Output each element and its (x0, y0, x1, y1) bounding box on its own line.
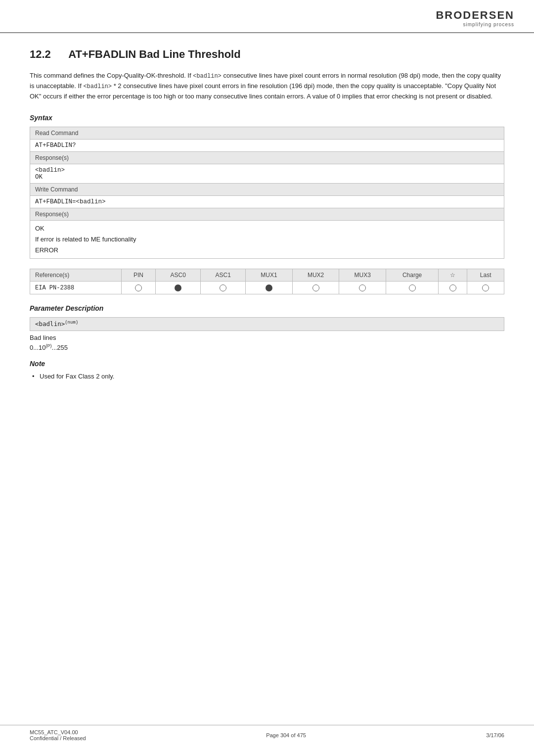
ref-val-asc1 (201, 282, 246, 294)
footer-date: 3/17/06 (486, 732, 504, 738)
badlin-ref-1: <badlin> (193, 73, 222, 80)
badlin-ref-2: <badlin> (83, 83, 112, 90)
param-range: 0...10(P)...255 (30, 343, 504, 351)
circle-filled-icon (175, 284, 181, 291)
param-range-start: 0...10 (30, 344, 46, 352)
write-command-label: Write Command (30, 184, 504, 196)
circle-filled-icon (266, 284, 272, 291)
circle-empty-icon (409, 284, 416, 291)
read-command-label: Read Command (30, 127, 504, 140)
page-footer: MC55_ATC_V04.00 Confidential / Released … (0, 725, 534, 741)
ref-val-star (439, 282, 467, 294)
ref-name: EIA PN-2388 (30, 282, 122, 294)
footer-left: MC55_ATC_V04.00 Confidential / Released (30, 729, 86, 741)
ref-col-asc1: ASC1 (201, 269, 246, 282)
section-title: 12.2 AT+FBADLIN Bad Line Threshold (30, 48, 504, 61)
circle-empty-icon (482, 284, 489, 291)
param-section-title: Parameter Description (30, 304, 504, 312)
write-command-value: AT+FBADLIN=<badlin> (30, 196, 504, 208)
write-response-value: OK If error is related to ME functionali… (30, 221, 504, 259)
ref-col-mux3: MUX3 (339, 269, 386, 282)
circle-empty-icon (449, 284, 456, 291)
table-row: <badlin>OK (30, 164, 504, 184)
table-row: OK If error is related to ME functionali… (30, 221, 504, 259)
ref-val-charge (386, 282, 439, 294)
table-row: AT+FBADLIN? (30, 140, 504, 152)
ref-col-star: ☆ (439, 269, 467, 282)
footer-status: Confidential / Released (30, 735, 86, 741)
ref-header-label: Reference(s) (30, 269, 122, 282)
ref-table: Reference(s) PIN ASC0 ASC1 MUX1 MUX2 MUX… (30, 269, 504, 294)
table-row: Response(s) (30, 208, 504, 221)
read-response-label: Response(s) (30, 152, 504, 164)
table-row: AT+FBADLIN=<badlin> (30, 196, 504, 208)
ref-col-mux2: MUX2 (292, 269, 339, 282)
section-number: 12.2 (30, 48, 51, 60)
ref-val-pin (121, 282, 156, 294)
param-range-end: ...255 (52, 344, 68, 352)
circle-empty-icon (135, 284, 142, 291)
table-row: Read Command (30, 127, 504, 140)
ref-header-row: Reference(s) PIN ASC0 ASC1 MUX1 MUX2 MUX… (30, 269, 504, 282)
page-wrapper: BRODERSEN simplifying process 12.2 AT+FB… (0, 0, 534, 756)
page-header: BRODERSEN simplifying process (0, 0, 534, 33)
read-command-value: AT+FBADLIN? (30, 140, 504, 152)
ref-val-mux1 (246, 282, 293, 294)
read-response-value: <badlin>OK (30, 164, 504, 184)
table-row: Write Command (30, 184, 504, 196)
syntax-table: Read Command AT+FBADLIN? Response(s) <ba… (30, 127, 504, 259)
circle-empty-icon (312, 284, 319, 291)
section-heading: AT+FBADLIN Bad Line Threshold (68, 48, 241, 60)
write-response-label: Response(s) (30, 208, 504, 221)
footer-center: Page 304 of 475 (266, 732, 306, 738)
list-item: Used for Fax Class 2 only. (30, 372, 504, 382)
param-sup: (num) (65, 320, 78, 325)
param-box: <badlin>(num) (30, 317, 504, 331)
table-row: Response(s) (30, 152, 504, 164)
ref-val-mux2 (292, 282, 339, 294)
ref-col-asc0: ASC0 (156, 269, 201, 282)
ref-col-pin: PIN (121, 269, 156, 282)
ref-val-last (467, 282, 504, 294)
ref-col-charge: Charge (386, 269, 439, 282)
logo-text: BRODERSEN (436, 9, 514, 22)
body-text: This command defines the Copy-Quality-OK… (30, 71, 504, 102)
ref-col-mux1: MUX1 (246, 269, 293, 282)
ref-val-mux3 (339, 282, 386, 294)
note-title: Note (30, 360, 504, 368)
logo-area: BRODERSEN simplifying process (436, 9, 514, 27)
ref-val-asc0 (156, 282, 201, 294)
circle-empty-icon (220, 284, 226, 291)
footer-doc-id: MC55_ATC_V04.00 (30, 729, 86, 735)
param-desc: Bad lines (30, 334, 504, 341)
logo-sub: simplifying process (463, 22, 514, 27)
param-range-sup: (P) (46, 343, 52, 348)
main-content: 12.2 AT+FBADLIN Bad Line Threshold This … (0, 33, 534, 422)
ref-col-last: Last (467, 269, 504, 282)
note-list: Used for Fax Class 2 only. (30, 372, 504, 382)
param-label: <badlin> (35, 320, 65, 328)
syntax-title: Syntax (30, 114, 504, 122)
ref-data-row: EIA PN-2388 (30, 282, 504, 294)
circle-empty-icon (359, 284, 366, 291)
